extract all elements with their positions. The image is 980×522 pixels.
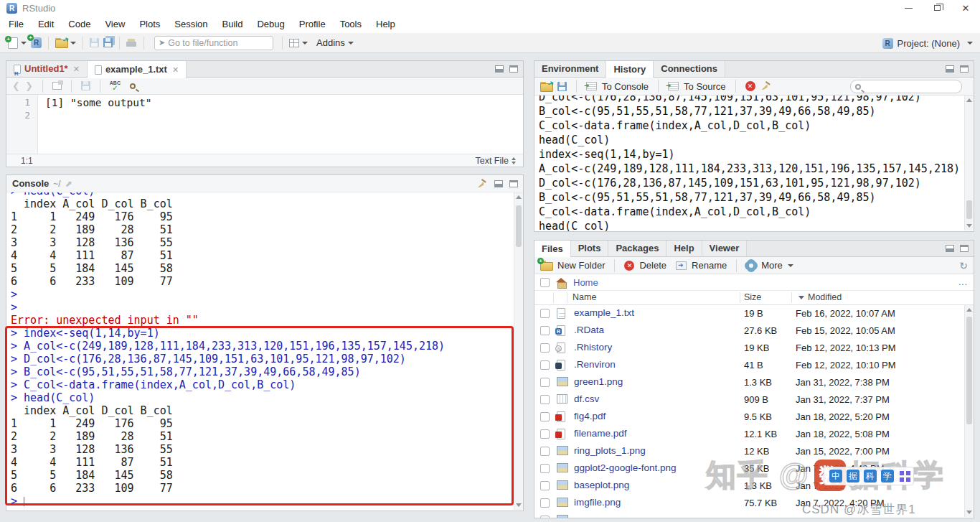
file-checkbox[interactable]: [540, 343, 550, 353]
spellcheck-icon[interactable]: ABC✓: [110, 80, 121, 92]
menu-build[interactable]: Build: [215, 16, 250, 33]
history-entry[interactable]: A_col<-c(249,189,128,111,184,233,313,120…: [539, 162, 964, 176]
file-name-link[interactable]: baseplot.png: [574, 480, 629, 490]
new-project-button[interactable]: R+: [29, 34, 44, 52]
tab-viewer[interactable]: Viewer: [702, 241, 748, 256]
column-name[interactable]: Name: [573, 292, 596, 302]
project-selector[interactable]: R Project: (None): [882, 33, 973, 53]
window-minimize-button[interactable]: [894, 0, 923, 16]
file-row[interactable]: R.RData27.6 KBFeb 15, 2022, 10:05 AM: [534, 322, 964, 340]
tab-help[interactable]: Help: [666, 241, 702, 256]
find-replace-icon[interactable]: [130, 83, 136, 89]
editor-code[interactable]: [1] "some output": [38, 95, 523, 154]
menu-file[interactable]: File: [1, 16, 31, 33]
file-checkbox[interactable]: [540, 326, 550, 335]
scroll-up-icon[interactable]: [965, 95, 974, 105]
more-button[interactable]: More: [761, 260, 783, 271]
file-row[interactable]: fig4.pdf9.5 KBJan 18, 2022, 5:20 PM: [534, 409, 964, 426]
delete-button[interactable]: Delete: [639, 260, 666, 271]
file-name-link[interactable]: green1.png: [574, 376, 623, 387]
save-history-icon[interactable]: [557, 82, 567, 91]
save-button[interactable]: [88, 34, 101, 52]
file-type-selector[interactable]: Text File: [475, 156, 516, 166]
menu-session[interactable]: Session: [167, 16, 215, 33]
close-tab-icon[interactable]: ✕: [172, 62, 179, 78]
save-all-button[interactable]: [101, 34, 115, 52]
file-checkbox[interactable]: [540, 429, 550, 439]
tab-untitled1-[interactable]: Untitled1*✕: [6, 61, 88, 77]
menu-tools[interactable]: Tools: [333, 16, 369, 33]
pane-layout-button[interactable]: [287, 34, 310, 52]
file-name-link[interactable]: df.csv: [574, 393, 599, 404]
tab-files[interactable]: Files: [534, 241, 571, 258]
history-entry[interactable]: head(C_col): [539, 219, 964, 231]
file-row[interactable]: df.csv909 BJan 31, 2022, 7:37 PM: [534, 391, 964, 409]
column-size[interactable]: Size: [744, 292, 761, 302]
menu-code[interactable]: Code: [61, 16, 98, 33]
scroll-down-icon[interactable]: [965, 221, 974, 230]
select-all-checkbox[interactable]: [540, 278, 550, 287]
file-row[interactable]: green1.png1.3 KBJan 31, 2022, 7:38 PM: [534, 374, 964, 391]
history-entry[interactable]: D_col<-c(176,28,136,87,145,109,151,63,10…: [539, 176, 964, 190]
file-checkbox[interactable]: [540, 395, 550, 404]
breadcrumb-ellipsis[interactable]: ...: [958, 277, 968, 287]
file-checkbox[interactable]: [540, 412, 550, 421]
history-list[interactable]: D_col<-c(176,28,136,87,145,109,151,63,10…: [534, 95, 964, 231]
goto-file-input[interactable]: [168, 38, 261, 48]
pane-maximize-icon[interactable]: [960, 65, 969, 73]
pane-minimize-icon[interactable]: [946, 245, 954, 252]
load-history-icon[interactable]: ➜: [540, 82, 552, 91]
save-source-icon[interactable]: [81, 81, 90, 90]
files-list[interactable]: example_1.txt19 BFeb 16, 2022, 10:07 AMR…: [534, 305, 964, 518]
history-entry[interactable]: B_col<-c(95,51,55,51,58,77,121,37,39,49,…: [539, 190, 964, 205]
file-row[interactable]: filename.pdf12.1 KBJan 18, 2022, 5:08 PM: [534, 426, 964, 443]
pane-minimize-icon[interactable]: [946, 65, 954, 73]
tab-packages[interactable]: Packages: [608, 241, 666, 256]
tab-plots[interactable]: Plots: [571, 241, 609, 256]
open-in-new-window-icon[interactable]: [52, 82, 62, 90]
scrollbar-thumb[interactable]: [966, 317, 972, 424]
history-entry[interactable]: D_col<-c(176,28,136,87,145,109,151,63,10…: [539, 95, 964, 104]
file-name-link[interactable]: .Rhistory: [574, 342, 612, 353]
menu-view[interactable]: View: [98, 16, 132, 33]
menu-profile[interactable]: Profile: [292, 16, 333, 33]
file-checkbox[interactable]: [540, 498, 550, 508]
tab-example-1-txt[interactable]: example_1.txt✕: [88, 61, 187, 78]
scroll-down-icon[interactable]: [514, 500, 523, 510]
scrollbar-thumb[interactable]: [516, 205, 522, 247]
to-source-icon[interactable]: [668, 82, 679, 90]
file-row[interactable]: ring_plots_1.png12 KBJan 15, 2022, 7:00 …: [534, 443, 964, 460]
column-modified[interactable]: Modified: [798, 292, 842, 302]
file-checkbox[interactable]: [540, 481, 550, 490]
editor-area[interactable]: 12 [1] "some output": [6, 95, 523, 154]
file-name-link[interactable]: filename.pdf: [574, 428, 627, 439]
new-folder-button[interactable]: New Folder: [557, 260, 605, 271]
file-name-link[interactable]: example_1.txt: [574, 307, 634, 318]
print-button[interactable]: [124, 34, 139, 52]
scroll-up-icon[interactable]: [965, 305, 974, 314]
menu-help[interactable]: Help: [369, 16, 402, 33]
console-output[interactable]: > head(C_col) index A_col D_col B_col1 1…: [6, 192, 514, 511]
to-console-icon[interactable]: [586, 82, 597, 90]
scrollbar-thumb[interactable]: [966, 200, 972, 219]
file-name-link[interactable]: .Renviron: [574, 359, 616, 370]
file-name-link[interactable]: fig4.pdf: [574, 411, 606, 421]
file-row[interactable]: imgfile.png75.7 KBJan 7, 2022, 4:20 PM: [534, 495, 964, 512]
clear-history-icon[interactable]: [760, 81, 772, 91]
menu-plots[interactable]: Plots: [132, 16, 167, 33]
history-entry[interactable]: head(C_col): [539, 133, 964, 147]
refresh-icon[interactable]: ↻: [959, 260, 968, 271]
window-restore-button[interactable]: [923, 0, 951, 16]
history-search-input[interactable]: [864, 82, 950, 92]
file-row[interactable]: [534, 512, 964, 518]
file-row[interactable]: .Renviron41 BFeb 12, 2022, 10:10 PM: [534, 357, 964, 374]
file-name-link[interactable]: .RData: [574, 325, 604, 335]
history-entry[interactable]: index<-seq(1,14,by=1): [539, 147, 964, 162]
history-entry[interactable]: C_col<-data.frame(index,A_col,D_col,B_co…: [539, 118, 964, 133]
history-entry[interactable]: B_col<-c(95,51,55,51,58,77,121,37,39,49,…: [539, 104, 964, 118]
scroll-up-icon[interactable]: [514, 192, 523, 202]
close-tab-icon[interactable]: ✕: [73, 61, 80, 77]
history-scrollbar[interactable]: [964, 95, 974, 230]
file-row[interactable]: baseplot.png1.3 KBJan 7, 2022: [534, 477, 964, 495]
file-name-link[interactable]: imgfile.png: [574, 497, 621, 508]
